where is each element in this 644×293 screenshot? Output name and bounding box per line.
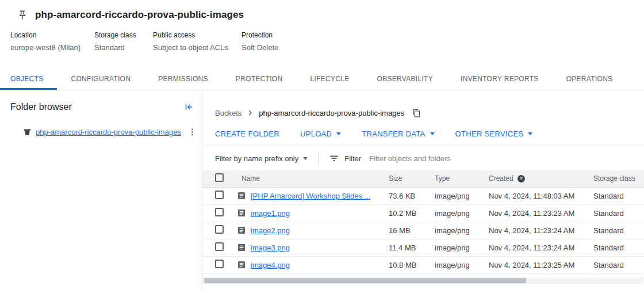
cell-size: 11.4 MB [379, 239, 425, 256]
meta-label: Public access [153, 31, 241, 39]
page-title: php-amarcord-riccardo-prova-public-image… [35, 9, 244, 21]
transfer-data-button[interactable]: TRANSFER DATA [362, 130, 434, 138]
row-checkbox[interactable] [215, 260, 224, 268]
column-header-created: Created [480, 170, 584, 187]
breadcrumb: Buckets php-amarcord-riccardo-prova-publ… [215, 108, 644, 118]
cell-type: image/png [425, 222, 480, 239]
file-icon [237, 243, 246, 252]
tab-configuration[interactable]: CONFIGURATION [57, 69, 144, 90]
cell-type: image/png [425, 256, 480, 273]
caret-down-icon [303, 157, 308, 160]
gcs-bucket-page: php-amarcord-riccardo-prova-public-image… [0, 0, 644, 293]
row-checkbox[interactable] [215, 208, 224, 216]
other-services-button[interactable]: OTHER SERVICES [455, 130, 533, 138]
meta-location: Location europe-west8 (Milan) [10, 31, 94, 52]
cell-size: 16 MB [379, 222, 425, 239]
created-label: Created [489, 174, 513, 182]
object-link[interactable]: [PHP Amarcord] Workshop Slides ... [251, 192, 370, 200]
object-link[interactable]: image3.png [251, 243, 290, 252]
tab-observability[interactable]: OBSERVABILITY [363, 69, 447, 90]
bucket-icon [23, 128, 32, 136]
meta-value: europe-west8 (Milan) [10, 43, 94, 52]
caret-down-icon [336, 132, 341, 135]
table-row: image3.png 11.4 MB image/png Nov 4, 2024… [202, 239, 644, 256]
filter-prefix-label: Filter by name prefix only [215, 154, 298, 163]
meta-label: Protection [241, 31, 278, 39]
filter-list-icon [329, 153, 339, 163]
meta-public-access: Public access Subject to object ACLs [153, 31, 241, 52]
meta-storage-class: Storage class Standard [94, 31, 153, 52]
row-checkbox[interactable] [215, 225, 224, 234]
tab-operations[interactable]: OPERATIONS [553, 69, 627, 90]
folder-browser-title: Folder browser [10, 102, 72, 112]
breadcrumb-current: php-amarcord-riccardo-prova-public-image… [259, 109, 404, 117]
horizontal-scrollbar[interactable] [202, 277, 643, 284]
cell-storage-class: Standard [584, 222, 644, 239]
filter-objects-input[interactable] [369, 154, 644, 163]
objects-tab-content: Folder browser php-amarcord-riccardo-pro… [0, 90, 644, 290]
tab-inventory-reports[interactable]: INVENTORY REPORTS [447, 69, 553, 90]
cell-type: image/png [425, 204, 480, 222]
upload-label: UPLOAD [300, 130, 332, 138]
tab-lifecycle[interactable]: LIFECYCLE [296, 69, 363, 90]
cell-storage-class: Standard [584, 187, 644, 204]
filter-label: Filter [344, 154, 361, 163]
table-row: [PHP Amarcord] Workshop Slides ... 73.6 … [202, 187, 644, 204]
transfer-data-label: TRANSFER DATA [362, 130, 425, 138]
bucket-header: php-amarcord-riccardo-prova-public-image… [0, 0, 644, 21]
filter-prefix-dropdown[interactable]: Filter by name prefix only [215, 154, 308, 163]
tab-objects[interactable]: OBJECTS [0, 69, 57, 90]
folder-browser-bucket-row: php-amarcord-riccardo-prova-public-image… [23, 127, 197, 137]
meta-value: Subject to object ACLs [153, 43, 241, 52]
table-row: image1.png 10.2 MB image/png Nov 4, 2024… [202, 204, 644, 222]
file-icon [237, 191, 246, 200]
create-folder-button[interactable]: CREATE FOLDER [215, 130, 279, 138]
meta-protection: Protection Soft Delete [241, 31, 278, 52]
row-checkbox[interactable] [215, 242, 224, 251]
collapse-panel-icon[interactable] [183, 102, 194, 112]
row-checkbox[interactable] [215, 191, 224, 199]
help-icon[interactable] [518, 175, 525, 182]
objects-toolbar: CREATE FOLDER UPLOAD TRANSFER DATA OTHER… [215, 130, 644, 138]
object-link[interactable]: image1.png [251, 209, 290, 218]
cell-size: 73.6 KB [379, 187, 425, 204]
upload-button[interactable]: UPLOAD [300, 130, 341, 138]
object-link[interactable]: image4.png [251, 261, 290, 269]
other-services-label: OTHER SERVICES [455, 130, 524, 138]
object-link[interactable]: image2.png [251, 226, 290, 235]
column-header-size: Size [379, 170, 425, 187]
folder-browser-header: Folder browser [10, 102, 194, 112]
table-header-row: Name Size Type Created Storage class [202, 170, 644, 187]
meta-label: Storage class [94, 31, 153, 39]
breadcrumb-buckets-link[interactable]: Buckets [215, 109, 241, 117]
select-all-checkbox[interactable] [215, 173, 224, 182]
meta-label: Location [10, 31, 94, 39]
tab-protection[interactable]: PROTECTION [222, 69, 297, 90]
column-header-name: Name [229, 170, 379, 187]
file-icon [237, 226, 246, 235]
cell-created: Nov 4, 2024, 11:23:25 AM [480, 256, 584, 273]
cell-type: image/png [425, 239, 480, 256]
cell-type: image/png [425, 187, 480, 204]
folder-browser-panel: Folder browser php-amarcord-riccardo-pro… [0, 90, 202, 290]
cell-created: Nov 4, 2024, 11:48:03 AM [480, 187, 584, 204]
bucket-link[interactable]: php-amarcord-riccardo-prova-public-image… [36, 128, 187, 136]
column-header-type: Type [425, 170, 480, 187]
copy-icon[interactable] [412, 109, 421, 117]
scrollbar-thumb[interactable] [204, 278, 526, 283]
cell-storage-class: Standard [584, 239, 644, 256]
objects-panel: Buckets php-amarcord-riccardo-prova-publ… [202, 90, 644, 290]
more-vert-icon[interactable] [187, 127, 197, 137]
chevron-right-icon [245, 108, 255, 118]
tab-permissions[interactable]: PERMISSIONS [144, 69, 222, 90]
cell-size: 10.8 MB [379, 256, 425, 273]
bucket-meta: Location europe-west8 (Milan) Storage cl… [10, 31, 644, 52]
file-icon [237, 208, 246, 218]
file-icon [237, 260, 246, 269]
table-row: image2.png 16 MB image/png Nov 4, 2024, … [202, 222, 644, 239]
push-pin-icon[interactable] [17, 10, 28, 20]
cell-storage-class: Standard [584, 204, 644, 222]
cell-created: Nov 4, 2024, 11:23:23 AM [480, 204, 584, 222]
vertical-divider [318, 151, 319, 165]
caret-down-icon [528, 132, 532, 135]
